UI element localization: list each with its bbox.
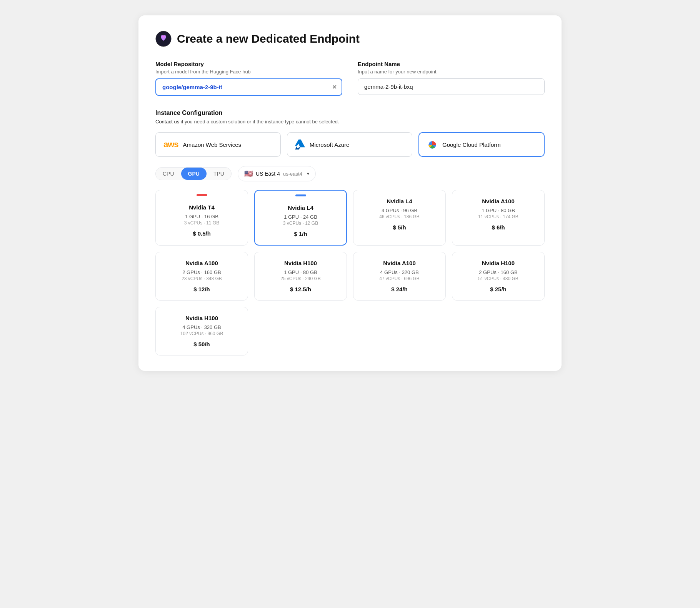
compute-type-gpu[interactable]: GPU <box>181 168 207 180</box>
region-selector[interactable]: 🇺🇸 US East 4 us-east4 ▾ <box>238 166 316 181</box>
region-code: us-east4 <box>283 171 302 177</box>
aws-icon: aws <box>163 140 178 150</box>
instance-gpu: 4 GPUs · 320 GB <box>162 324 242 330</box>
endpoint-name-group: Endpoint Name Input a name for your new … <box>358 61 545 96</box>
instance-vcpu: 11 vCPUs · 174 GB <box>458 214 538 219</box>
region-chevron-icon: ▾ <box>307 171 309 176</box>
filter-row-divider <box>322 174 545 174</box>
instance-price: $ 0.5/h <box>162 230 242 237</box>
instance-price: $ 12.5/h <box>261 286 340 292</box>
instance-name: Nvidia H100 <box>261 260 340 266</box>
instance-card-nvidia-h100-1[interactable]: Nvidia H100 1 GPU · 80 GB 25 vCPUs · 240… <box>254 252 347 301</box>
instance-gpu: 1 GPU · 16 GB <box>162 214 242 219</box>
model-repo-label: Model Repository <box>155 61 342 67</box>
instance-gpu: 1 GPU · 24 GB <box>261 214 340 220</box>
page-title: Create a new Dedicated Endpoint <box>177 32 360 45</box>
instance-name: Nvidia A100 <box>162 260 242 266</box>
region-flag-icon: 🇺🇸 <box>244 169 253 178</box>
instance-card-nvidia-a100-1[interactable]: Nvidia A100 1 GPU · 80 GB 11 vCPUs · 174… <box>452 190 545 246</box>
instance-vcpu: 3 vCPUs · 12 GB <box>261 221 340 226</box>
compute-type-group: CPU GPU TPU <box>155 167 232 180</box>
cloud-providers: aws Amazon Web Services Microsoft Azure <box>155 132 545 157</box>
cloud-provider-gcp-label: Google Cloud Platform <box>442 141 501 148</box>
instance-name: Nvidia L4 <box>261 204 340 211</box>
endpoint-name-input[interactable] <box>358 78 545 95</box>
instance-gpu: 2 GPUs · 160 GB <box>162 269 242 275</box>
instance-grid-row3: Nvidia H100 4 GPUs · 320 GB 102 vCPUs · … <box>155 307 545 355</box>
instance-vcpu: 47 vCPUs · 696 GB <box>360 276 439 281</box>
model-repo-group: Model Repository Import a model from the… <box>155 61 342 96</box>
gcp-icon <box>427 139 438 150</box>
instance-name: Nvidia L4 <box>360 198 439 204</box>
instance-name: Nvidia T4 <box>162 204 242 211</box>
cloud-provider-azure-label: Microsoft Azure <box>310 141 349 148</box>
page-header: Create a new Dedicated Endpoint <box>155 31 545 47</box>
instance-grid-row1: Nvidia T4 1 GPU · 16 GB 3 vCPUs · 11 GB … <box>155 190 545 246</box>
instance-name: Nvidia A100 <box>458 198 538 204</box>
endpoint-name-sublabel: Input a name for your new endpoint <box>358 69 545 75</box>
app-logo-icon <box>155 31 172 47</box>
compute-type-tpu[interactable]: TPU <box>207 168 231 180</box>
instance-card-nvidia-h100-2[interactable]: Nvidia H100 2 GPUs · 160 GB 51 vCPUs · 4… <box>452 252 545 301</box>
instance-gpu: 1 GPU · 80 GB <box>261 269 340 275</box>
instance-vcpu: 102 vCPUs · 960 GB <box>162 331 242 336</box>
instance-vcpu: 46 vCPUs · 186 GB <box>360 214 439 219</box>
endpoint-name-label: Endpoint Name <box>358 61 545 67</box>
instance-config-subtitle: Contact us if you need a custom solution… <box>155 119 545 125</box>
instance-vcpu: 23 vCPUs · 348 GB <box>162 276 242 281</box>
cloud-provider-aws[interactable]: aws Amazon Web Services <box>155 132 281 157</box>
svg-point-1 <box>162 35 165 38</box>
instance-badge-red <box>197 194 207 196</box>
instance-card-nvidia-h100-4[interactable]: Nvidia H100 4 GPUs · 320 GB 102 vCPUs · … <box>155 307 248 355</box>
instance-price: $ 50/h <box>162 341 242 347</box>
instance-gpu: 4 GPUs · 96 GB <box>360 208 439 213</box>
endpoint-name-input-wrapper <box>358 78 545 95</box>
compute-type-cpu[interactable]: CPU <box>156 168 181 180</box>
instance-gpu: 1 GPU · 80 GB <box>458 208 538 213</box>
cloud-provider-aws-label: Amazon Web Services <box>183 141 241 148</box>
instance-config-section: Instance Configuration Contact us if you… <box>155 110 545 355</box>
instance-card-nvidia-l4-4[interactable]: Nvidia L4 4 GPUs · 96 GB 46 vCPUs · 186 … <box>353 190 446 246</box>
instance-name: Nvidia A100 <box>360 260 439 266</box>
cloud-provider-azure[interactable]: Microsoft Azure <box>287 132 412 157</box>
model-repo-input-wrapper: ✕ <box>155 78 342 96</box>
instance-vcpu: 51 vCPUs · 480 GB <box>458 276 538 281</box>
instance-name: Nvidia H100 <box>162 315 242 321</box>
instance-card-nvidia-a100-4[interactable]: Nvidia A100 4 GPUs · 320 GB 47 vCPUs · 6… <box>353 252 446 301</box>
instance-price: $ 12/h <box>162 286 242 292</box>
contact-us-link[interactable]: Contact us <box>155 119 179 125</box>
instance-badge-blue <box>295 194 306 196</box>
instance-card-nvidia-l4-1[interactable]: Nvidia L4 1 GPU · 24 GB 3 vCPUs · 12 GB … <box>254 190 347 246</box>
instance-card-nvidia-a100-2[interactable]: Nvidia A100 2 GPUs · 160 GB 23 vCPUs · 3… <box>155 252 248 301</box>
instance-price: $ 25/h <box>458 286 538 292</box>
instance-config-subtitle-rest: if you need a custom solution or if the … <box>181 119 339 125</box>
region-name: US East 4 <box>256 171 280 177</box>
model-repo-input[interactable] <box>155 78 342 96</box>
filter-row: CPU GPU TPU 🇺🇸 US East 4 us-east4 ▾ <box>155 166 545 181</box>
model-repo-sublabel: Import a model from the Hugging Face hub <box>155 69 342 75</box>
instance-config-title: Instance Configuration <box>155 110 545 116</box>
instance-vcpu: 25 vCPUs · 240 GB <box>261 276 340 281</box>
cloud-provider-gcp[interactable]: Google Cloud Platform <box>418 132 545 157</box>
instance-name: Nvidia H100 <box>458 260 538 266</box>
page-container: Create a new Dedicated Endpoint Model Re… <box>138 15 562 371</box>
model-repo-clear-button[interactable]: ✕ <box>331 83 338 91</box>
instance-gpu: 2 GPUs · 160 GB <box>458 269 538 275</box>
azure-icon <box>295 140 305 150</box>
form-row: Model Repository Import a model from the… <box>155 61 545 96</box>
instance-card-nvidia-t4-1[interactable]: Nvidia T4 1 GPU · 16 GB 3 vCPUs · 11 GB … <box>155 190 248 246</box>
instance-vcpu: 3 vCPUs · 11 GB <box>162 220 242 226</box>
instance-price: $ 24/h <box>360 286 439 292</box>
instance-price: $ 5/h <box>360 224 439 231</box>
instance-grid-row2: Nvidia A100 2 GPUs · 160 GB 23 vCPUs · 3… <box>155 252 545 301</box>
instance-price: $ 1/h <box>261 231 340 237</box>
instance-gpu: 4 GPUs · 320 GB <box>360 269 439 275</box>
instance-price: $ 6/h <box>458 224 538 231</box>
